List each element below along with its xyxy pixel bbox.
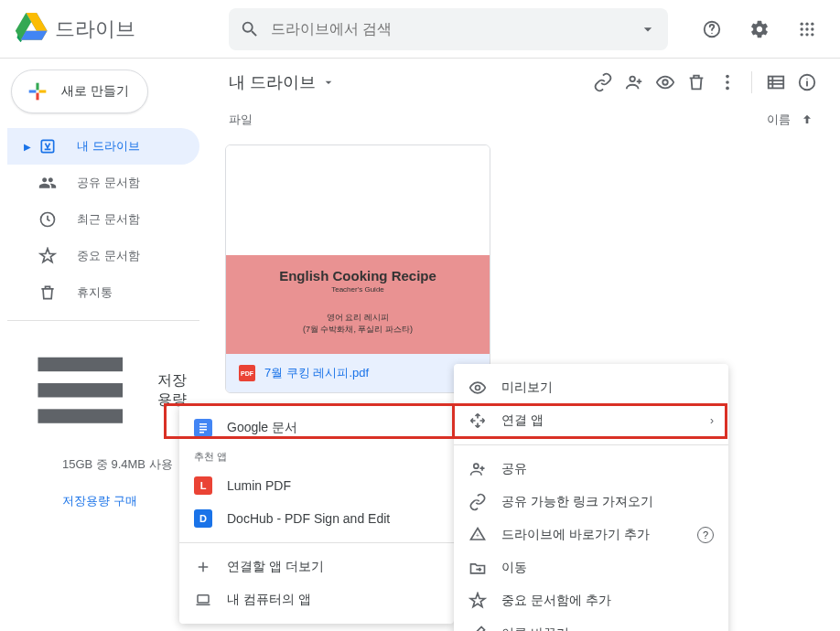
drive-logo-icon: [15, 13, 48, 46]
my-drive-icon: [38, 137, 57, 155]
submenu-connect-more[interactable]: 연결할 앱 더보기: [179, 551, 454, 583]
ctx-move[interactable]: 이동: [454, 551, 728, 584]
thumb-kor1: 영어 요리 레시피: [226, 312, 490, 324]
svg-point-33: [474, 464, 479, 468]
file-footer[interactable]: PDF 7월 쿠킹 레시피.pdf: [226, 354, 490, 392]
folder-move-icon: [468, 559, 487, 577]
share-button[interactable]: [623, 71, 645, 93]
more-vert-icon: [717, 72, 738, 92]
chevron-down-icon: [321, 75, 336, 90]
ctx-get-link[interactable]: 공유 가능한 링크 가져오기: [454, 486, 728, 519]
ctx-add-shortcut[interactable]: + 드라이브에 바로가기 추가 ?: [454, 519, 728, 551]
submenu-label: 내 컴퓨터의 앱: [227, 592, 311, 608]
thumb-subtitle: Teacher's Guide: [226, 285, 490, 294]
logo-area[interactable]: 드라이브: [15, 13, 218, 46]
ctx-rename[interactable]: 이름 바꾸기: [454, 617, 728, 631]
svg-point-19: [630, 77, 635, 82]
buy-storage-link[interactable]: 저장용량 구매: [62, 493, 137, 509]
lumin-icon: L: [194, 476, 212, 495]
submenu-my-computer[interactable]: 내 컴퓨터의 앱: [179, 583, 454, 616]
star-icon: [38, 247, 57, 265]
svg-point-13: [811, 33, 813, 36]
delete-button[interactable]: [685, 71, 707, 93]
star-icon: [468, 592, 487, 610]
section-label: 파일: [229, 112, 253, 128]
clock-icon: [38, 210, 57, 229]
svg-point-23: [726, 87, 729, 91]
view-list-button[interactable]: [765, 71, 787, 93]
thumb-title: English Cooking Recipe: [226, 268, 490, 283]
gear-icon: [749, 19, 770, 39]
trash-icon: [686, 72, 706, 92]
more-button[interactable]: [716, 71, 738, 93]
view-details-button[interactable]: [796, 71, 818, 93]
eye-icon: [655, 72, 675, 92]
svg-rect-24: [769, 77, 784, 89]
header: 드라이브: [0, 0, 840, 59]
svg-point-12: [805, 33, 808, 36]
svg-point-7: [811, 22, 813, 25]
svg-rect-30: [199, 432, 204, 433]
person-add-icon: [468, 460, 487, 478]
sort-control[interactable]: 이름: [767, 112, 814, 128]
ctx-label: 연결 앱: [501, 412, 544, 429]
svg-point-4: [711, 32, 712, 33]
sidebar-item-starred[interactable]: 중요 문서함: [7, 238, 199, 274]
person-add-icon: [624, 72, 644, 92]
ctx-label: 이동: [501, 560, 527, 576]
svg-point-21: [726, 75, 729, 79]
submenu-heading: 추천 앱: [179, 444, 454, 469]
svg-point-5: [801, 22, 803, 25]
people-icon: [38, 174, 57, 192]
svg-rect-27: [199, 423, 207, 425]
settings-button[interactable]: [741, 11, 778, 48]
svg-rect-16: [38, 358, 123, 371]
thumb-kor2: (7월 수박화채, 푸실리 파스타): [226, 324, 490, 336]
help-icon[interactable]: ?: [697, 527, 714, 543]
context-menu: 미리보기 연결 앱 › 공유 공유 가능한 링크 가져오기 + 드라이브에 바로…: [454, 364, 728, 631]
info-icon: [797, 72, 817, 92]
dochub-icon: D: [194, 509, 212, 528]
breadcrumb[interactable]: 내 드라이브: [229, 71, 336, 93]
sidebar-item-my-drive[interactable]: ▶ 내 드라이브: [7, 128, 199, 165]
search-input[interactable]: [271, 21, 639, 37]
preview-button[interactable]: [654, 71, 676, 93]
svg-point-10: [811, 27, 813, 30]
ctx-add-star[interactable]: 중요 문서함에 추가: [454, 584, 728, 617]
plus-icon: [25, 79, 50, 104]
open-with-icon: [468, 412, 487, 430]
new-button[interactable]: 새로 만들기: [11, 70, 148, 113]
submenu-google-docs[interactable]: Google 문서: [179, 412, 454, 444]
sidebar-item-trash[interactable]: 휴지통: [7, 274, 199, 311]
ctx-label: 미리보기: [501, 380, 553, 396]
svg-point-32: [476, 386, 480, 390]
sidebar-item-label: 공유 문서함: [77, 175, 140, 191]
ctx-label: 공유: [501, 461, 527, 477]
help-icon: [702, 19, 722, 39]
svg-point-26: [806, 79, 807, 80]
search-bar[interactable]: [229, 8, 668, 50]
search-icon: [240, 19, 260, 39]
arrow-up-icon: [800, 112, 814, 127]
new-button-label: 새로 만들기: [61, 83, 129, 100]
ctx-label: 이름 바꾸기: [501, 626, 569, 631]
file-card[interactable]: English Cooking Recipe Teacher's Guide 영…: [225, 144, 490, 393]
ctx-label: 중요 문서함에 추가: [501, 593, 611, 609]
sidebar-item-shared[interactable]: 공유 문서함: [7, 165, 199, 201]
search-options-icon[interactable]: [639, 20, 657, 38]
ctx-open-with[interactable]: 연결 앱 ›: [454, 404, 728, 437]
caret-icon: ▶: [24, 142, 33, 151]
ctx-share[interactable]: 공유: [454, 453, 728, 486]
svg-point-11: [801, 33, 803, 36]
submenu-lumin[interactable]: L Lumin PDF: [179, 469, 454, 502]
svg-rect-29: [199, 429, 207, 431]
apps-button[interactable]: [789, 11, 825, 48]
ctx-preview[interactable]: 미리보기: [454, 371, 728, 404]
submenu-dochub[interactable]: D DocHub - PDF Sign and Edit: [179, 502, 454, 535]
sidebar-item-recent[interactable]: 최근 문서함: [7, 201, 199, 238]
sidebar-item-label: 중요 문서함: [77, 248, 140, 264]
storage-icon: [24, 334, 137, 447]
help-button[interactable]: [694, 11, 730, 48]
get-link-button[interactable]: [592, 71, 614, 93]
submenu-label: DocHub - PDF Sign and Edit: [227, 511, 390, 526]
